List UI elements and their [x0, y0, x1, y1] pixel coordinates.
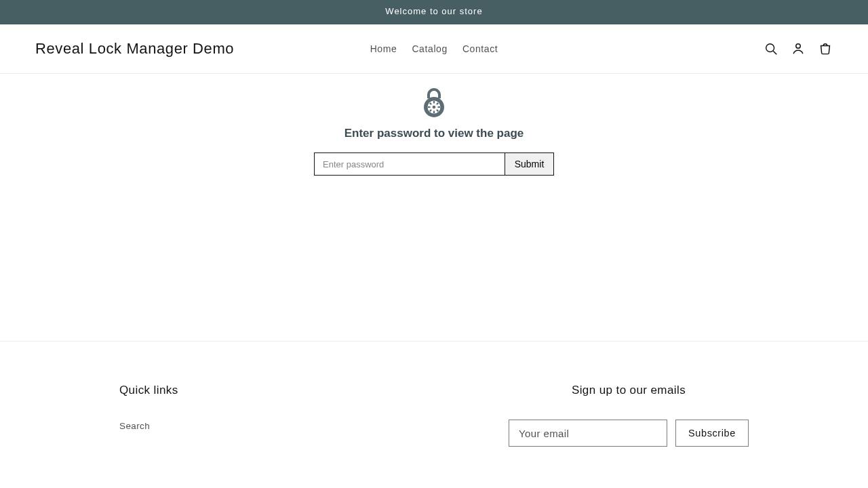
header-icons — [764, 41, 833, 56]
lock-icon — [418, 86, 450, 121]
svg-line-1 — [773, 51, 776, 54]
svg-point-0 — [766, 44, 774, 52]
signup-form: Subscribe — [509, 420, 749, 447]
password-form: Submit — [314, 152, 554, 176]
nav-catalog[interactable]: Catalog — [412, 43, 447, 54]
email-input[interactable] — [509, 420, 667, 447]
footer-link-search[interactable]: Search — [119, 421, 150, 431]
subscribe-button[interactable]: Subscribe — [675, 420, 749, 447]
announcement-text: Welcome to our store — [385, 6, 482, 16]
search-icon[interactable] — [764, 41, 778, 56]
signup-heading: Sign up to our emails — [509, 384, 749, 397]
submit-button[interactable]: Submit — [505, 153, 553, 175]
site-footer: Quick links Search Sign up to our emails… — [0, 341, 868, 447]
footer-quick-links: Quick links Search — [119, 384, 178, 447]
announcement-bar: Welcome to our store — [0, 0, 868, 24]
svg-point-2 — [796, 44, 800, 48]
primary-nav: Home Catalog Contact — [370, 43, 498, 54]
nav-contact[interactable]: Contact — [462, 43, 498, 54]
account-icon[interactable] — [791, 41, 806, 56]
password-prompt: Enter password to view the page — [0, 127, 868, 140]
svg-point-13 — [433, 106, 436, 109]
quick-links-heading: Quick links — [119, 384, 178, 397]
password-gate: Enter password to view the page Submit — [0, 74, 868, 176]
nav-home[interactable]: Home — [370, 43, 397, 54]
site-header: Reveal Lock Manager Demo Home Catalog Co… — [0, 24, 868, 74]
password-input[interactable] — [315, 153, 505, 175]
cart-icon[interactable] — [818, 41, 833, 56]
brand-title[interactable]: Reveal Lock Manager Demo — [35, 40, 234, 58]
footer-signup: Sign up to our emails Subscribe — [509, 384, 749, 447]
